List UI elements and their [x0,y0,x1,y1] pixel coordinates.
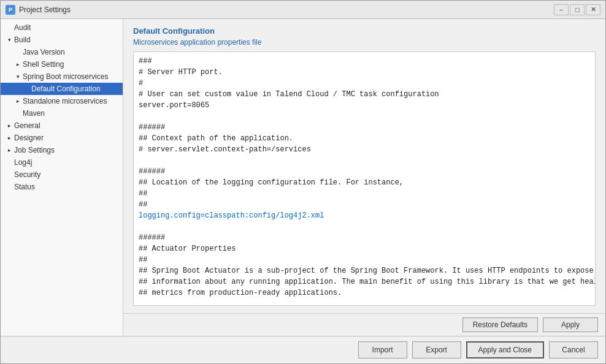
sidebar-item-audit[interactable]: Audit [1,21,123,34]
window-title: Project Settings [19,6,554,14]
editor-line [139,155,590,166]
sidebar-label-security: Security [14,170,40,179]
sidebar-label-default-configuration: Default Configuration [31,85,101,93]
window-controls: − □ ✕ [554,4,600,15]
editor-line [139,111,590,122]
editor-line: ## Context path of the application. [139,133,590,144]
editor-line: ## Actuator Properties [139,243,590,254]
title-bar: P Project Settings − □ ✕ [1,1,605,19]
sidebar-label-standalone: Standalone microservices [23,97,107,105]
expand-icon-standalone[interactable]: ▸ [14,97,21,105]
apply-button[interactable]: Apply [543,317,598,332]
editor-line: ## Location of the logging configuration… [139,177,590,188]
sidebar-item-log4j[interactable]: Log4j [1,156,123,169]
restore-defaults-button[interactable]: Restore Defaults [462,317,538,332]
sidebar-item-security[interactable]: Security [1,169,123,181]
spacer-default-configuration [23,85,30,93]
section-title: Default Configuration [133,26,596,36]
sidebar-label-log4j: Log4j [14,158,32,167]
section-subtitle: Microservices application properties fil… [133,38,596,47]
sidebar-item-java-version[interactable]: Java Version [1,46,123,58]
content-area: Default Configuration Microservices appl… [123,19,605,313]
spacer-log4j [6,159,13,166]
expand-icon-job-settings[interactable]: ▸ [6,146,13,154]
editor-line: ## [139,199,590,210]
panel-footer: Restore Defaults Apply [123,313,605,336]
right-panel: Default Configuration Microservices appl… [123,19,605,336]
main-content: Audit▾Build Java Version▸Shell Setting▾S… [1,19,605,336]
import-button[interactable]: Import [358,341,407,358]
editor-line: # Server HTTP port. [139,67,590,78]
editor-line: ###### [139,166,590,177]
editor-line: ## [139,254,590,265]
expand-icon-general[interactable]: ▸ [6,122,13,129]
sidebar-item-status[interactable]: Status [1,181,123,193]
spacer-security [6,171,13,178]
editor-line: # User can set custom value in Talend Cl… [139,89,590,100]
editor-line: ## information about any running applica… [139,276,590,287]
sidebar-item-job-settings[interactable]: ▸Job Settings [1,144,123,156]
spacer-java-version [14,48,21,56]
editor-line: # [139,78,590,89]
sidebar: Audit▾Build Java Version▸Shell Setting▾S… [1,19,123,336]
project-settings-window: P Project Settings − □ ✕ Audit▾Build Jav… [0,0,606,364]
expand-icon-spring-boot[interactable]: ▾ [14,73,21,80]
editor-line: server.port=8065 [139,100,590,111]
minimize-button[interactable]: − [554,4,569,15]
editor-line: ###### [139,232,590,243]
sidebar-label-job-settings: Job Settings [14,146,55,154]
sidebar-label-designer: Designer [14,134,44,142]
export-button[interactable]: Export [412,341,461,358]
sidebar-label-shell-setting: Shell Setting [23,60,64,69]
editor-line: ## Spring Boot Actuator is a sub-project… [139,265,590,276]
spacer-status [6,183,13,191]
sidebar-item-default-configuration[interactable]: Default Configuration [1,83,123,95]
expand-icon-build[interactable]: ▾ [6,36,13,44]
sidebar-label-java-version: Java Version [23,48,65,56]
expand-icon-designer[interactable]: ▸ [6,134,13,142]
sidebar-label-status: Status [14,183,35,191]
sidebar-label-build: Build [14,36,31,44]
apply-close-button[interactable]: Apply and Close [466,341,544,358]
sidebar-item-spring-boot[interactable]: ▾Spring Boot microservices [1,70,123,83]
editor-line [139,221,590,232]
editor-line: # server.servlet.context-path=/services [139,144,590,155]
spacer-maven [14,110,21,117]
sidebar-item-maven[interactable]: Maven [1,107,123,119]
editor-line: logging.config=classpath:config/log4j2.x… [139,210,590,221]
editor-line: ### [139,56,590,67]
restore-button[interactable]: □ [570,4,585,15]
editor-line: ###### [139,122,590,133]
editor-line: ## [139,188,590,199]
sidebar-item-general[interactable]: ▸General [1,119,123,132]
cancel-button[interactable]: Cancel [549,341,598,358]
spacer-audit [6,24,13,31]
editor-line [139,298,590,306]
app-icon: P [6,5,15,15]
sidebar-label-maven: Maven [23,109,45,118]
sidebar-item-build[interactable]: ▾Build [1,34,123,46]
close-button[interactable]: ✕ [586,4,600,15]
sidebar-label-audit: Audit [14,23,31,32]
text-editor[interactable]: #### Server HTTP port.## User can set cu… [133,51,596,306]
bottom-bar: Import Export Apply and Close Cancel [1,336,605,363]
sidebar-item-shell-setting[interactable]: ▸Shell Setting [1,58,123,70]
sidebar-item-standalone[interactable]: ▸Standalone microservices [1,95,123,107]
editor-line: ## metrics from production-ready applica… [139,287,590,298]
expand-icon-shell-setting[interactable]: ▸ [14,61,21,68]
sidebar-item-designer[interactable]: ▸Designer [1,132,123,144]
sidebar-label-spring-boot: Spring Boot microservices [23,72,108,81]
sidebar-label-general: General [14,121,40,130]
